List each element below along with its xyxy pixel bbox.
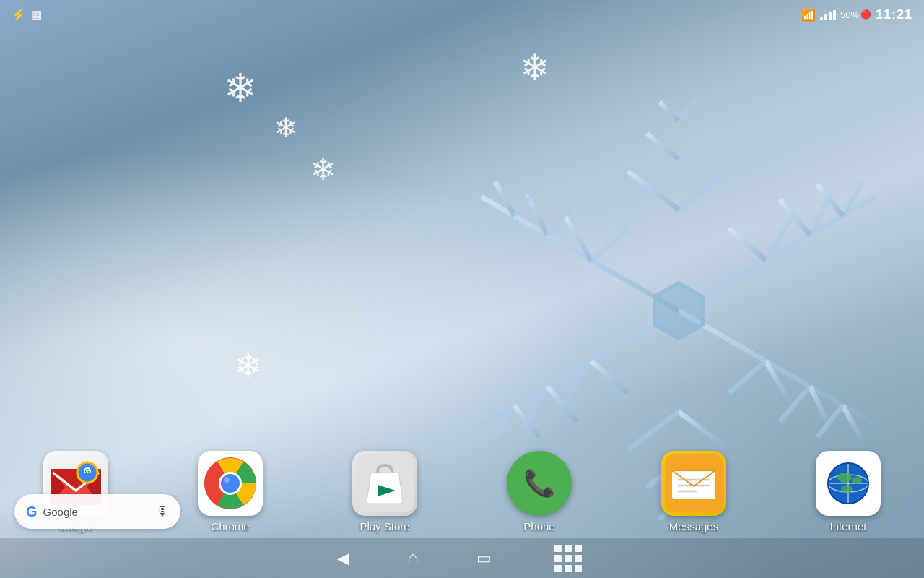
status-left: ⚡ ▦ bbox=[12, 8, 42, 22]
phone-app-label: Phone bbox=[523, 520, 554, 532]
svg-point-74 bbox=[841, 485, 853, 493]
snowflake-deco-2: ❄ bbox=[274, 112, 297, 144]
svg-point-73 bbox=[852, 477, 862, 484]
svg-point-54 bbox=[221, 474, 240, 493]
svg-line-10 bbox=[679, 102, 697, 121]
battery-indicator: 56% 🔴 bbox=[840, 9, 871, 20]
snowflake-deco-1: ❄ bbox=[224, 65, 257, 111]
app-messages[interactable]: Messages bbox=[661, 451, 726, 532]
status-right: 📶 56% 🔴 11:21 bbox=[801, 7, 912, 22]
app-phone[interactable]: 📞 Phone bbox=[507, 451, 572, 532]
google-search-bar[interactable]: G Google 🎙 bbox=[14, 494, 180, 529]
home-button[interactable]: ⌂ bbox=[407, 547, 419, 569]
google-logo-g: G bbox=[26, 504, 38, 520]
playstore-app-label: Play Store bbox=[359, 520, 409, 532]
snowflake-deco-3: ❄ bbox=[310, 152, 336, 187]
status-bar: ⚡ ▦ 📶 56% 🔴 11:21 bbox=[0, 0, 924, 29]
app-internet[interactable]: Internet bbox=[816, 451, 881, 532]
mic-icon[interactable]: 🎙 bbox=[156, 504, 169, 519]
usb-icon: ⚡ bbox=[12, 8, 26, 22]
nav-bar: ◀ ⌂ ▭ bbox=[0, 538, 924, 578]
notification-icon: ▦ bbox=[32, 8, 42, 21]
signal-bars bbox=[820, 9, 836, 20]
svg-line-9 bbox=[647, 134, 679, 159]
svg-line-37 bbox=[591, 228, 628, 260]
battery-low-icon: 🔴 bbox=[860, 9, 871, 20]
svg-line-11 bbox=[660, 102, 679, 121]
time-display: 11:21 bbox=[876, 7, 912, 22]
wifi-icon: 📶 bbox=[801, 8, 816, 22]
snowflake-deco-5: ❄ bbox=[235, 347, 262, 385]
svg-line-13 bbox=[729, 228, 766, 260]
svg-line-31 bbox=[591, 361, 628, 393]
battery-percentage: 56% bbox=[840, 9, 859, 20]
messages-app-label: Messages bbox=[669, 520, 718, 532]
svg-text:📞: 📞 bbox=[523, 467, 556, 499]
svg-line-7 bbox=[628, 172, 679, 210]
drawer-grid bbox=[554, 545, 582, 572]
svg-line-6 bbox=[679, 172, 729, 210]
internet-icon bbox=[816, 451, 881, 516]
chrome-icon bbox=[198, 451, 263, 516]
app-chrome[interactable]: Chrome bbox=[198, 451, 263, 532]
recents-button[interactable]: ▭ bbox=[476, 549, 492, 568]
chrome-app-label: Chrome bbox=[211, 520, 249, 532]
svg-line-19 bbox=[729, 361, 766, 393]
svg-point-72 bbox=[837, 473, 852, 483]
svg-point-55 bbox=[224, 477, 230, 483]
phone-icon: 📞 bbox=[507, 451, 572, 516]
messages-icon bbox=[661, 451, 726, 516]
playstore-icon bbox=[352, 451, 417, 516]
svg-line-8 bbox=[679, 134, 710, 159]
internet-app-label: Internet bbox=[830, 520, 867, 532]
search-text: Google bbox=[43, 506, 150, 518]
svg-marker-42 bbox=[655, 283, 703, 339]
app-playstore[interactable]: Play Store bbox=[352, 451, 417, 532]
back-button[interactable]: ◀ bbox=[337, 549, 349, 568]
app-drawer-button[interactable] bbox=[549, 541, 587, 576]
svg-text:G: G bbox=[84, 467, 90, 475]
